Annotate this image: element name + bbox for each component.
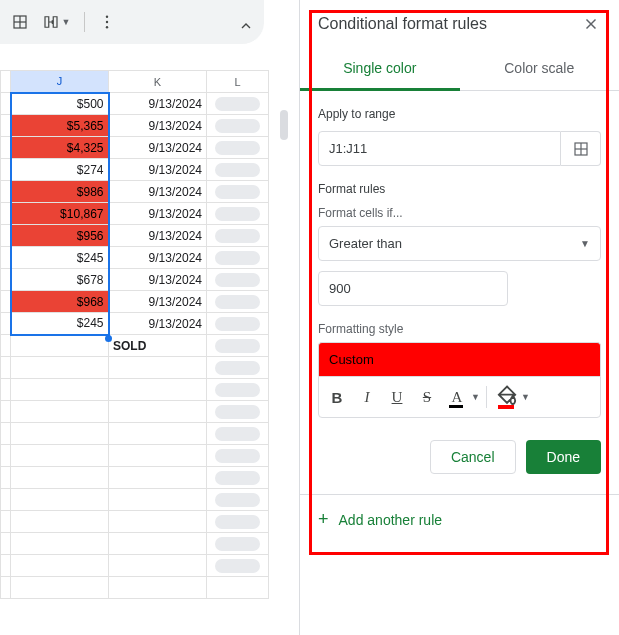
cell-l[interactable] (207, 225, 269, 247)
table-row[interactable] (1, 577, 269, 599)
cell-j[interactable]: $4,325 (11, 137, 109, 159)
bold-button[interactable]: B (323, 383, 351, 411)
table-row[interactable] (1, 533, 269, 555)
table-row[interactable]: $4,3259/13/2024 (1, 137, 269, 159)
cell-k[interactable]: 9/13/2024 (109, 137, 207, 159)
select-range-icon[interactable] (561, 131, 601, 166)
cell-k[interactable]: 9/13/2024 (109, 313, 207, 335)
table-row[interactable]: $6789/13/2024 (1, 269, 269, 291)
table-row[interactable] (1, 379, 269, 401)
cell-j[interactable]: $5,365 (11, 115, 109, 137)
table-row[interactable]: $10,8679/13/2024 (1, 203, 269, 225)
formatting-style-label: Formatting style (318, 322, 601, 336)
column-header-l[interactable]: L (207, 71, 269, 93)
cell-j[interactable]: $274 (11, 159, 109, 181)
close-icon[interactable] (581, 14, 601, 34)
apply-to-range-label: Apply to range (318, 107, 601, 121)
table-row[interactable]: $5009/13/2024 (1, 93, 269, 115)
cell-k[interactable]: 9/13/2024 (109, 291, 207, 313)
cell-j[interactable]: $968 (11, 291, 109, 313)
collapse-toolbar-icon[interactable] (234, 14, 258, 38)
table-row[interactable] (1, 423, 269, 445)
table-row[interactable] (1, 555, 269, 577)
format-cells-if-label: Format cells if... (318, 206, 601, 220)
cell-k[interactable]: 9/13/2024 (109, 93, 207, 115)
cell-j[interactable]: $10,867 (11, 203, 109, 225)
table-row[interactable] (1, 489, 269, 511)
cell-j[interactable]: $500 (11, 93, 109, 115)
borders-icon[interactable] (6, 8, 34, 36)
cell-j[interactable]: $245 (11, 313, 109, 335)
tab-single-color[interactable]: Single color (300, 50, 460, 91)
add-another-rule-button[interactable]: + Add another rule (300, 494, 619, 544)
spreadsheet-grid[interactable]: J K L $5009/13/2024$5,3659/13/2024$4,325… (0, 70, 280, 599)
panel-title: Conditional format rules (318, 15, 487, 33)
column-header-k[interactable]: K (109, 71, 207, 93)
svg-point-3 (106, 16, 108, 18)
cell-j[interactable]: $678 (11, 269, 109, 291)
more-icon[interactable] (93, 8, 121, 36)
cell-j[interactable]: $986 (11, 181, 109, 203)
cell-l[interactable] (207, 269, 269, 291)
cell-k[interactable]: 9/13/2024 (109, 225, 207, 247)
plus-icon: + (318, 509, 329, 530)
merge-cells-icon[interactable]: ▼ (36, 8, 76, 36)
table-row[interactable]: $2459/13/2024 (1, 247, 269, 269)
chevron-down-icon[interactable]: ▼ (521, 392, 530, 402)
cell-j[interactable]: $956 (11, 225, 109, 247)
cell-l[interactable] (207, 137, 269, 159)
svg-point-5 (106, 26, 108, 28)
table-row[interactable] (1, 445, 269, 467)
cancel-button[interactable]: Cancel (430, 440, 516, 474)
cell-k[interactable]: 9/13/2024 (109, 269, 207, 291)
cell-l[interactable] (207, 203, 269, 225)
cell-k[interactable]: 9/13/2024 (109, 247, 207, 269)
cell-l[interactable] (207, 159, 269, 181)
done-button[interactable]: Done (526, 440, 601, 474)
table-row[interactable] (1, 467, 269, 489)
cell-l[interactable] (207, 247, 269, 269)
cell-j[interactable]: $245 (11, 247, 109, 269)
selection-handle[interactable] (105, 335, 112, 342)
table-row[interactable]: $5,3659/13/2024 (1, 115, 269, 137)
conditional-format-panel: Conditional format rules Single color Co… (299, 0, 619, 635)
cell-k[interactable]: 9/13/2024 (109, 115, 207, 137)
fill-color-button[interactable] (493, 383, 521, 411)
add-rule-label: Add another rule (339, 512, 443, 528)
chevron-down-icon: ▼ (580, 238, 590, 249)
table-row[interactable]: $9869/13/2024 (1, 181, 269, 203)
table-row[interactable]: $2459/13/2024 (1, 313, 269, 335)
format-toolbar: B I U S A ▼ ▼ (318, 376, 601, 418)
table-row[interactable]: $2749/13/2024 (1, 159, 269, 181)
text-color-button[interactable]: A (443, 383, 471, 411)
tab-color-scale[interactable]: Color scale (460, 50, 620, 91)
svg-point-4 (106, 21, 108, 23)
cell-l[interactable] (207, 181, 269, 203)
scrollbar-thumb[interactable] (280, 110, 288, 140)
table-row[interactable] (1, 511, 269, 533)
table-row[interactable] (1, 357, 269, 379)
cell-k[interactable]: 9/13/2024 (109, 159, 207, 181)
cell-l[interactable] (207, 93, 269, 115)
column-header-j[interactable]: J (11, 71, 109, 93)
table-row[interactable]: $9689/13/2024 (1, 291, 269, 313)
condition-select[interactable]: Greater than ▼ (318, 226, 601, 261)
range-input[interactable] (318, 131, 561, 166)
underline-button[interactable]: U (383, 383, 411, 411)
cell-l[interactable] (207, 115, 269, 137)
cell-k[interactable]: 9/13/2024 (109, 181, 207, 203)
chevron-down-icon[interactable]: ▼ (471, 392, 480, 402)
cell-l[interactable] (207, 291, 269, 313)
table-row[interactable]: $9569/13/2024 (1, 225, 269, 247)
cell-k[interactable]: 9/13/2024 (109, 203, 207, 225)
strikethrough-button[interactable]: S (413, 383, 441, 411)
italic-button[interactable]: I (353, 383, 381, 411)
table-row[interactable] (1, 401, 269, 423)
condition-value-input[interactable] (318, 271, 508, 306)
cell-l[interactable] (207, 313, 269, 335)
table-row[interactable]: SOLD (1, 335, 269, 357)
toolbar: ▼ (0, 0, 264, 45)
format-rules-label: Format rules (318, 182, 601, 196)
condition-selected-value: Greater than (329, 236, 402, 251)
style-preview[interactable]: Custom (318, 342, 601, 376)
